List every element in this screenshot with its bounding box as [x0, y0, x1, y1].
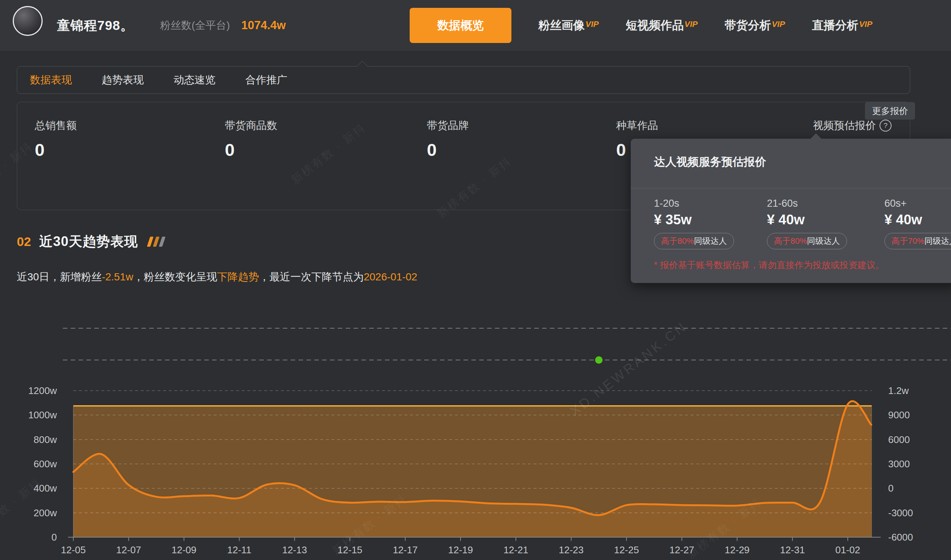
badge-text: 同级达人: [694, 236, 727, 246]
left-axis-tick: 1000w: [28, 409, 57, 420]
tab-live-analysis[interactable]: 直播分析VIP: [812, 18, 872, 33]
more-quote-button[interactable]: 更多报价: [865, 102, 915, 120]
stat-value: 0: [427, 140, 436, 160]
help-icon[interactable]: ?: [880, 120, 891, 132]
tab-data-overview[interactable]: 数据概览: [410, 8, 512, 43]
summary-text: 近30日，新增粉丝: [17, 271, 102, 283]
x-axis-tick: 01-02: [835, 544, 860, 555]
tab-label: 短视频作品: [626, 19, 683, 32]
stat-label: 种草作品: [616, 118, 658, 133]
x-axis-tick: 12-17: [393, 544, 418, 555]
right-axis-tick: -6000: [888, 532, 913, 543]
x-axis-tick: 12-21: [504, 544, 529, 555]
stat-label-text: 视频预估报价: [813, 118, 876, 133]
x-axis-tick: 12-09: [171, 544, 196, 555]
video-quote-popup: 达人视频服务预估报价 1-20s ¥ 35w 高于80%同级达人 21-60s …: [631, 139, 951, 283]
left-axis-tick: 0: [52, 532, 57, 543]
x-axis-tick: 12-25: [614, 544, 639, 555]
left-axis-tick: 800w: [34, 434, 57, 445]
quote-badge: 高于80%同级达人: [654, 233, 734, 249]
dashboard-page: 童锦程798。 粉丝数(全平台) 1074.4w 数据概览 粉丝画像VIP 短视…: [0, 0, 951, 560]
right-axis-tick: 0: [888, 483, 893, 494]
badge-text: 同级达人: [807, 236, 840, 246]
badge-text: 同级达人: [925, 236, 951, 246]
stat-label: 视频预估报价 ?: [813, 118, 891, 133]
summary-trend-word: 下降趋势: [217, 271, 259, 283]
x-axis-tick: 12-15: [338, 544, 362, 555]
summary-text: ，最近一次下降节点为: [259, 271, 364, 283]
left-axis-tick: 600w: [34, 458, 57, 469]
vip-badge: VIP: [586, 20, 599, 29]
badge-highlight: 高于70%: [891, 236, 925, 246]
popup-title: 达人视频服务预估报价: [654, 154, 766, 170]
tab-fans-portrait[interactable]: 粉丝画像VIP: [538, 18, 599, 33]
quote-price: ¥ 40w: [767, 212, 805, 228]
right-axis-tick: 3000: [888, 458, 910, 469]
avatar[interactable]: [13, 6, 43, 36]
tab-label: 带货分析: [724, 19, 771, 32]
vip-badge: VIP: [859, 20, 872, 29]
section-title: 近30天趋势表现: [39, 232, 138, 251]
stat-label: 总销售额: [35, 118, 77, 133]
quote-disclaimer: * 报价基于账号数据估算，请勿直接作为投放或投资建议。: [654, 259, 885, 271]
trend-summary: 近30日，新增粉丝-2.51w，粉丝数变化呈现下降趋势，最近一次下降节点为202…: [17, 270, 417, 284]
summary-new-fans: -2.51w: [102, 271, 133, 283]
stat-label: 带货商品数: [225, 118, 277, 133]
top-header: 童锦程798。 粉丝数(全平台) 1074.4w 数据概览 粉丝画像VIP 短视…: [0, 0, 951, 51]
x-axis-tick: 12-13: [282, 544, 307, 555]
x-axis-tick: 12-19: [448, 544, 473, 555]
subtab-cooperation[interactable]: 合作推广: [245, 73, 287, 87]
right-axis-tick: 6000: [888, 434, 910, 445]
subtab-dynamic-overview[interactable]: 动态速览: [174, 73, 216, 87]
quote-duration: 21-60s: [767, 198, 798, 209]
vip-badge: VIP: [772, 20, 785, 29]
quote-duration: 1-20s: [654, 198, 680, 209]
quote-duration: 60s+: [885, 198, 906, 209]
x-axis-tick: 12-05: [61, 544, 86, 555]
popup-divider: [631, 188, 951, 188]
trend-chart: 直播 作品 1200w1.2w1000w9000800w6000600w3000…: [0, 321, 951, 560]
x-axis-tick: 12-23: [558, 544, 584, 555]
quote-badge: 高于80%同级达人: [767, 233, 847, 249]
main-nav: 数据概览 粉丝画像VIP 短视频作品VIP 带货分析VIP 直播分析VIP: [410, 0, 872, 51]
quote-price: ¥ 35w: [654, 212, 692, 228]
summary-text: ，粉丝数变化呈现: [133, 271, 217, 283]
vip-badge: VIP: [684, 20, 697, 29]
tab-short-video[interactable]: 短视频作品VIP: [626, 18, 697, 33]
left-axis-tick: 1200w: [28, 385, 57, 396]
tab-ecommerce-analysis[interactable]: 带货分析VIP: [724, 18, 785, 33]
stat-value: 0: [35, 140, 45, 160]
right-axis-tick: 1.2w: [888, 385, 909, 396]
x-axis-tick: 12-31: [780, 544, 805, 555]
fans-count-label: 粉丝数(全平台): [160, 0, 230, 51]
badge-highlight: 高于80%: [774, 236, 807, 246]
left-axis-tick: 400w: [34, 483, 57, 494]
x-axis-tick: 12-11: [227, 544, 251, 555]
right-axis-tick: -3000: [888, 507, 913, 518]
section-bars-icon: [148, 237, 164, 247]
subtab-data-performance[interactable]: 数据表现: [30, 73, 72, 87]
tab-label: 直播分析: [812, 19, 858, 32]
trend-chart-canvas: 1200w1.2w1000w9000800w6000600w3000400w02…: [0, 321, 951, 560]
badge-highlight: 高于80%: [661, 236, 694, 246]
quote-badge: 高于70%同级达人: [885, 233, 951, 249]
fans-count-value: 1074.4w: [241, 0, 286, 51]
subtab-bar: 数据表现 趋势表现 动态速览 合作推广: [17, 66, 910, 94]
summary-drop-date: 2026-01-02: [364, 271, 417, 283]
stat-value: 0: [616, 140, 626, 160]
x-axis-tick: 12-07: [116, 544, 142, 555]
tab-label: 数据概览: [437, 18, 484, 33]
stat-label: 带货品牌: [427, 118, 469, 133]
right-axis-tick: 9000: [888, 409, 910, 420]
section-number: 02: [17, 234, 31, 249]
tab-label: 粉丝画像: [538, 19, 585, 32]
section-heading: 02 近30天趋势表现: [17, 232, 164, 251]
account-name: 童锦程798。: [57, 0, 134, 51]
x-axis-tick: 12-29: [724, 544, 750, 555]
stat-value: 0: [225, 140, 234, 160]
left-axis-tick: 200w: [34, 507, 57, 518]
quote-price: ¥ 40w: [885, 212, 922, 228]
works-event-dot[interactable]: [595, 356, 603, 364]
x-axis-tick: 12-27: [669, 544, 694, 555]
subtab-trend-performance[interactable]: 趋势表现: [102, 73, 144, 87]
